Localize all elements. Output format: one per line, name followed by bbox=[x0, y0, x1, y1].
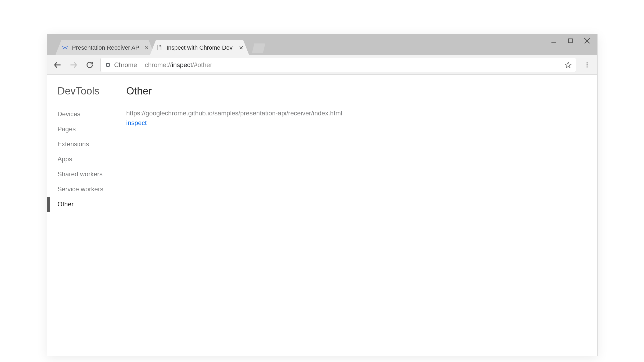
sidebar-item-pages[interactable]: Pages bbox=[57, 122, 114, 137]
svg-point-7 bbox=[587, 62, 588, 63]
forward-button[interactable] bbox=[68, 60, 79, 70]
svg-rect-4 bbox=[569, 39, 573, 43]
tab-strip: Presentation Receiver AP Inspect with Ch… bbox=[47, 34, 597, 55]
sidebar-item-extensions[interactable]: Extensions bbox=[57, 137, 114, 152]
page-favicon-icon bbox=[156, 45, 163, 51]
address-bar[interactable]: Chrome chrome://inspect/#other bbox=[100, 58, 576, 72]
close-tab-icon[interactable] bbox=[239, 46, 243, 50]
svg-point-6 bbox=[107, 64, 109, 66]
close-window-button[interactable] bbox=[583, 36, 591, 45]
close-tab-icon[interactable] bbox=[144, 46, 149, 50]
url-highlight: inspect bbox=[172, 61, 192, 69]
inspect-link[interactable]: inspect bbox=[126, 119, 585, 127]
target-url: https://googlechrome.github.io/samples/p… bbox=[126, 109, 585, 117]
sidebar-item-other[interactable]: Other bbox=[57, 197, 114, 212]
new-tab-button[interactable] bbox=[252, 43, 265, 53]
maximize-button[interactable] bbox=[566, 36, 575, 45]
sidebar-item-devices[interactable]: Devices bbox=[57, 107, 114, 122]
snowflake-favicon-icon bbox=[62, 45, 68, 51]
tab-title: Presentation Receiver AP bbox=[72, 44, 142, 51]
sidebar-item-service-workers[interactable]: Service workers bbox=[57, 182, 114, 197]
minimize-button[interactable] bbox=[549, 36, 558, 45]
browser-window: Presentation Receiver AP Inspect with Ch… bbox=[47, 34, 598, 356]
reload-button[interactable] bbox=[84, 60, 95, 70]
divider bbox=[141, 61, 141, 69]
tab-inspect-active[interactable]: Inspect with Chrome Dev bbox=[150, 40, 249, 55]
origin-label: Chrome bbox=[114, 61, 137, 69]
content-area: DevTools Devices Pages Extensions Apps S… bbox=[47, 75, 597, 356]
sidebar: DevTools Devices Pages Extensions Apps S… bbox=[47, 75, 114, 356]
back-button[interactable] bbox=[52, 60, 63, 70]
url-prefix: chrome:// bbox=[145, 61, 172, 69]
tab-presentation-receiver[interactable]: Presentation Receiver AP bbox=[55, 40, 155, 55]
sidebar-item-shared-workers[interactable]: Shared workers bbox=[57, 167, 114, 182]
svg-point-9 bbox=[587, 66, 588, 67]
chrome-menu-button[interactable] bbox=[582, 60, 592, 70]
sidebar-item-apps[interactable]: Apps bbox=[57, 152, 114, 167]
toolbar: Chrome chrome://inspect/#other bbox=[47, 55, 597, 75]
bookmark-star-icon[interactable] bbox=[565, 61, 572, 68]
main-panel: Other https://googlechrome.github.io/sam… bbox=[114, 75, 597, 356]
window-controls bbox=[549, 34, 595, 47]
sidebar-title: DevTools bbox=[57, 85, 114, 97]
tab-title: Inspect with Chrome Dev bbox=[167, 44, 236, 51]
url-suffix: /#other bbox=[192, 61, 212, 69]
page-title: Other bbox=[126, 85, 585, 103]
chrome-site-icon bbox=[105, 62, 111, 68]
svg-point-8 bbox=[587, 64, 588, 65]
